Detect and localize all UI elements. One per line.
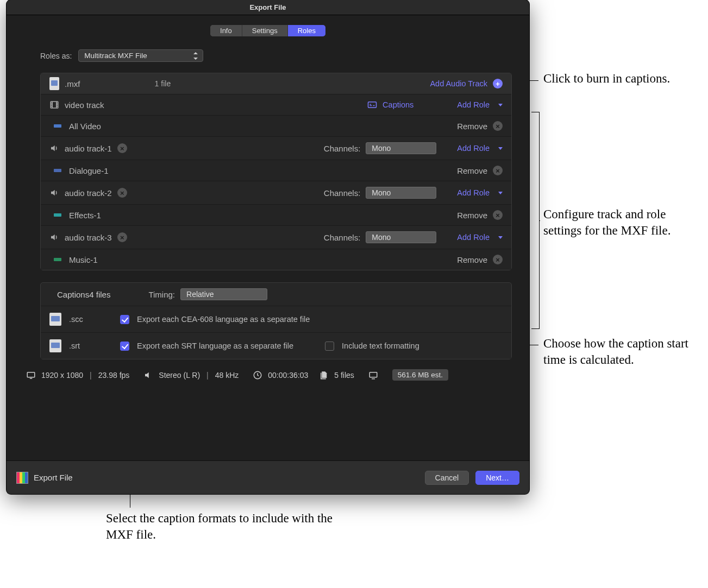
channels-3-value: Mono (372, 233, 391, 242)
next-button[interactable]: Next… (475, 471, 519, 485)
remove-track-1-icon[interactable]: × (117, 143, 127, 153)
export-window: Export File Info Settings Roles Roles as… (7, 0, 529, 494)
tab-settings[interactable]: Settings (242, 25, 288, 36)
film-icon (49, 100, 59, 110)
add-audio-track-plus-icon[interactable]: + (493, 79, 503, 88)
role-color-chip (54, 169, 61, 172)
status-khz: 48 kHz (215, 371, 239, 380)
remove-role-button[interactable]: Remove (457, 166, 487, 175)
captions-header-label: Captions (57, 290, 89, 299)
leader-line (540, 220, 540, 221)
srt-ext-label: .srt (69, 342, 112, 350)
tab-roles[interactable]: Roles (288, 25, 325, 36)
srt-file-icon (49, 339, 61, 352)
add-role-audio3-button[interactable]: Add Role (457, 233, 490, 242)
popup-arrows-icon (193, 52, 198, 60)
audio-track-3-label: audio track-3 (65, 233, 112, 242)
remove-role-button[interactable]: Remove (457, 255, 487, 264)
speaker-icon (143, 370, 153, 380)
captions-icon (367, 100, 377, 110)
mxf-ext: .mxf (65, 79, 80, 88)
mxf-panel: .mxf 1 file Add Audio Track + video trac… (40, 73, 512, 270)
tab-info[interactable]: Info (210, 25, 242, 36)
role-color-chip (54, 213, 61, 217)
cancel-button[interactable]: Cancel (425, 471, 469, 485)
window-title: Export File (7, 0, 529, 15)
status-duration: 00:00:36:03 (268, 371, 308, 380)
role-effects-1: Effects-1 (69, 211, 101, 220)
add-role-audio1-button[interactable]: Add Role (457, 144, 490, 153)
roles-as-value: Multitrack MXF File (84, 52, 147, 60)
chevron-down-icon[interactable] (498, 236, 503, 239)
roles-as-label: Roles as: (40, 52, 72, 60)
svg-rect-1 (368, 102, 377, 108)
scc-export-checkbox[interactable] (120, 315, 129, 324)
channels-3-select[interactable]: Mono (366, 231, 436, 243)
audio-track-2-label: audio track-2 (65, 188, 112, 198)
files-icon (319, 370, 329, 380)
channels-2-select[interactable]: Mono (366, 187, 436, 199)
channels-1-select[interactable]: Mono (366, 142, 436, 154)
role-all-video: All Video (69, 122, 101, 131)
channels-2-value: Mono (372, 188, 391, 197)
remove-role-x-icon[interactable]: × (493, 255, 503, 264)
srt-export-label: Export each SRT language as a separate f… (137, 342, 293, 350)
monitor-icon (368, 370, 378, 380)
display-icon (26, 370, 36, 380)
footer: Export File Cancel Next… (7, 460, 529, 494)
speaker-icon (49, 232, 59, 242)
mxf-file-count: 1 file (155, 79, 171, 88)
scc-export-label: Export each CEA-608 language as a separa… (137, 315, 310, 324)
srt-export-checkbox[interactable] (120, 342, 129, 351)
remove-role-x-icon[interactable]: × (493, 121, 503, 131)
status-size: 561.6 MB est. (392, 369, 448, 381)
remove-role-x-icon[interactable]: × (493, 166, 503, 175)
status-fps: 23.98 fps (98, 371, 130, 380)
annotation-caption-formats: Select the caption formats to include wi… (106, 510, 334, 543)
add-role-audio2-button[interactable]: Add Role (457, 188, 490, 197)
srt-formatting-checkbox[interactable] (325, 342, 334, 351)
roles-as-popup[interactable]: Multitrack MXF File (78, 49, 203, 62)
annotation-bracket (531, 112, 540, 329)
timing-label: Timing: (148, 290, 175, 299)
captions-panel: Captions 4 files Timing: Relative .scc E… (40, 282, 512, 359)
annotation-configure-tracks: Configure track and role settings for th… (543, 206, 696, 239)
channels-label: Channels: (324, 144, 361, 153)
remove-role-button[interactable]: Remove (457, 211, 487, 220)
video-track-label: video track (65, 100, 104, 110)
footer-title: Export File (34, 473, 73, 482)
remove-role-x-icon[interactable]: × (493, 210, 503, 220)
role-color-chip (54, 258, 61, 261)
remove-track-3-icon[interactable]: × (117, 232, 127, 242)
export-file-icon (16, 472, 28, 484)
chevron-down-icon[interactable] (498, 192, 503, 194)
srt-formatting-label: Include text formatting (342, 342, 419, 350)
channels-label: Channels: (324, 188, 361, 198)
captions-file-count: 4 files (89, 290, 110, 299)
status-files: 5 files (334, 371, 354, 380)
clock-icon (253, 370, 262, 380)
add-audio-track-button[interactable]: Add Audio Track (430, 79, 487, 88)
role-color-chip (54, 124, 61, 128)
channels-label: Channels: (324, 233, 361, 242)
scc-ext-label: .scc (69, 315, 112, 324)
annotation-burn-captions: Click to burn in captions. (543, 71, 685, 87)
chevron-down-icon[interactable] (498, 104, 503, 106)
role-dialogue-1: Dialogue-1 (69, 166, 109, 175)
channels-1-value: Mono (372, 144, 391, 153)
add-role-video-button[interactable]: Add Role (457, 100, 490, 109)
role-music-1: Music-1 (69, 255, 98, 264)
speaker-icon (49, 143, 59, 153)
audio-track-1-label: audio track-1 (65, 144, 112, 153)
chevron-down-icon[interactable] (498, 147, 503, 150)
remove-role-button[interactable]: Remove (457, 122, 487, 131)
timing-select[interactable]: Relative (180, 288, 267, 300)
svg-rect-2 (27, 372, 35, 377)
captions-burn-button[interactable]: Captions (383, 100, 413, 109)
annotation-timing: Choose how the caption start time is cal… (543, 336, 696, 368)
tab-bar: Info Settings Roles (210, 25, 325, 36)
remove-track-2-icon[interactable]: × (117, 188, 127, 198)
speaker-icon (49, 188, 59, 198)
scc-file-icon (49, 313, 61, 326)
status-resolution: 1920 x 1080 (41, 371, 83, 380)
